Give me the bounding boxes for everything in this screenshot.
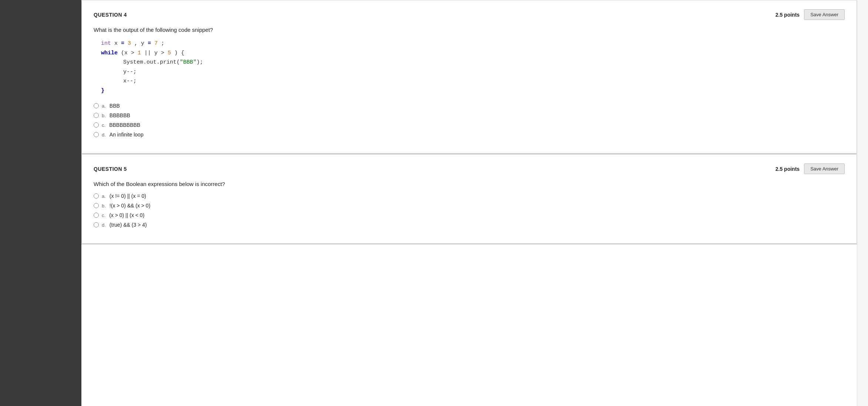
right-edge (857, 0, 868, 406)
question-5-meta: 2.5 points Save Answer (776, 163, 845, 174)
sidebar (0, 0, 81, 406)
option-5b: b. !(x > 0) && (x > 0) (94, 203, 845, 209)
code-line-1: int x = 3 , y = 7 ; (101, 39, 845, 48)
question-4-points: 2.5 points (776, 12, 800, 18)
question-4-save-btn[interactable]: Save Answer (804, 9, 845, 20)
code-eq1: = (121, 40, 124, 47)
option-5d: d. (true) && (3 > 4) (94, 222, 845, 228)
option-4d-key: d. (102, 132, 106, 138)
main-content: QUESTION 4 2.5 points Save Answer What i… (81, 0, 857, 406)
question-5-block: QUESTION 5 2.5 points Save Answer Which … (81, 154, 857, 244)
code-eq2: = (148, 40, 151, 47)
code-line-4: y--; (101, 67, 845, 77)
code-semi1: ; (161, 40, 164, 47)
code-val5: 5 (168, 50, 171, 56)
code-or: || y > (144, 50, 168, 56)
question-4-block: QUESTION 4 2.5 points Save Answer What i… (81, 0, 857, 153)
option-5b-key: b. (102, 203, 106, 209)
question-4-header: QUESTION 4 2.5 points Save Answer (94, 9, 845, 20)
code-print: System.out.print( (123, 59, 180, 65)
option-5c-radio[interactable] (94, 213, 99, 218)
code-while-close: ) { (174, 50, 184, 56)
question-5-options: a. (x != 0) || (x = 0) b. !(x > 0) && (x… (94, 193, 845, 228)
option-4b: b. BBBBBB (94, 112, 845, 118)
code-comma: , y (134, 40, 148, 47)
code-while-open: (x > (121, 50, 138, 56)
question-5-save-btn[interactable]: Save Answer (804, 163, 845, 174)
code-line-2: while (x > 1 || y > 5 ) { (101, 48, 845, 58)
option-5a-text: (x != 0) || (x = 0) (110, 193, 146, 199)
option-5c-text: (x > 0) || (x < 0) (109, 212, 144, 218)
option-4c-key: c. (102, 122, 105, 128)
option-4c: c. BBBBBBBBB (94, 122, 845, 128)
option-4b-text: BBBBBB (110, 112, 130, 118)
option-4a: a. BBB (94, 103, 845, 109)
code-close-brace: } (101, 88, 104, 94)
option-4d-radio[interactable] (94, 132, 99, 137)
option-4d: d. An infinite loop (94, 132, 845, 138)
question-5-text: Which of the Boolean expressions below i… (94, 181, 845, 187)
option-4c-text: BBBBBBBBB (109, 122, 140, 128)
divider-bottom (81, 244, 857, 244)
code-keyword-while: while (101, 50, 118, 56)
question-4-meta: 2.5 points Save Answer (776, 9, 845, 20)
option-4b-key: b. (102, 113, 106, 118)
option-5a: a. (x != 0) || (x = 0) (94, 193, 845, 199)
question-4-label: QUESTION 4 (94, 12, 127, 18)
code-val7: 7 (154, 40, 158, 47)
option-4b-radio[interactable] (94, 113, 99, 118)
option-5c-key: c. (102, 213, 105, 218)
option-5c: c. (x > 0) || (x < 0) (94, 212, 845, 218)
question-5-points: 2.5 points (776, 166, 800, 172)
option-5d-radio[interactable] (94, 222, 99, 227)
code-line-6: } (101, 86, 845, 96)
question-5-label: QUESTION 5 (94, 166, 127, 172)
option-4a-radio[interactable] (94, 103, 99, 108)
option-5a-key: a. (102, 193, 106, 199)
code-xdec: x--; (123, 78, 137, 84)
question-4-code: int x = 3 , y = 7 ; while (x > 1 || y > … (94, 39, 845, 95)
code-val1: 1 (138, 50, 141, 56)
code-line-3: System.out.print("BBB"); (101, 58, 845, 67)
option-5d-key: d. (102, 222, 106, 228)
code-string-bbb: "BBB" (180, 59, 196, 65)
option-5b-text: !(x > 0) && (x > 0) (110, 203, 150, 209)
option-5a-radio[interactable] (94, 193, 99, 199)
option-4c-radio[interactable] (94, 122, 99, 128)
code-vars: x (114, 40, 121, 47)
code-val3: 3 (128, 40, 131, 47)
question-4-text: What is the output of the following code… (94, 27, 845, 33)
question-5-header: QUESTION 5 2.5 points Save Answer (94, 163, 845, 174)
code-print-close: ); (196, 59, 203, 65)
option-4a-key: a. (102, 103, 106, 109)
option-4d-text: An infinite loop (110, 132, 144, 138)
question-4-options: a. BBB b. BBBBBB c. BBBBBBBBB d. An infi… (94, 103, 845, 138)
code-line-5: x--; (101, 77, 845, 86)
option-4a-text: BBB (110, 103, 120, 109)
code-ydec: y--; (123, 69, 137, 75)
option-5d-text: (true) && (3 > 4) (110, 222, 147, 228)
code-keyword-int: int (101, 40, 111, 47)
option-5b-radio[interactable] (94, 203, 99, 208)
